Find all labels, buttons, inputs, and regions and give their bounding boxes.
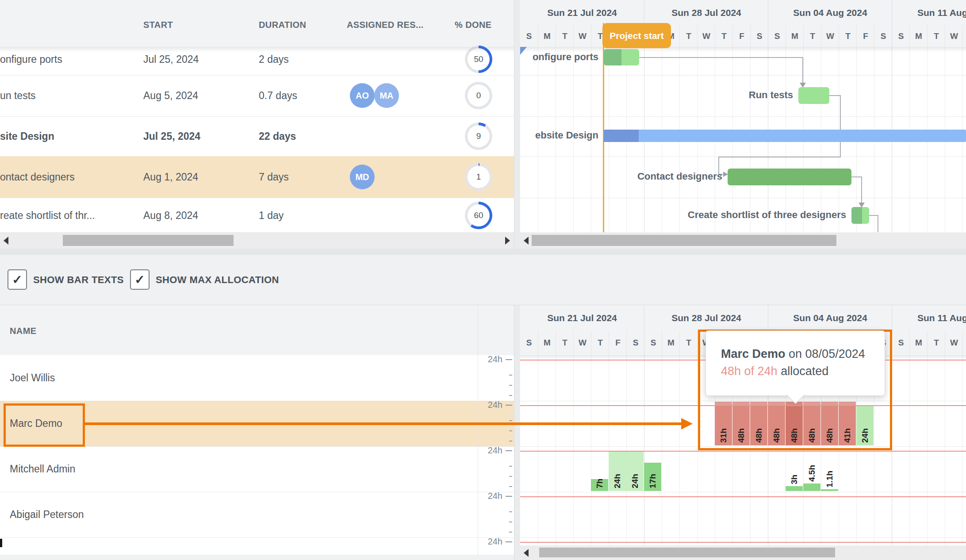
week-header-cell: Sun 04 Aug 2024	[768, 305, 892, 330]
day-header-cell: T	[556, 330, 574, 355]
max-allocation-line	[520, 451, 966, 452]
task-grid-hscrollbar[interactable]	[0, 233, 514, 249]
day-header-cell: S	[750, 25, 768, 47]
max-allocation-line	[520, 496, 966, 497]
day-header-cell: T	[679, 25, 698, 47]
day-header-cell: T	[927, 330, 945, 355]
tooltip-line2: 48h of 24h allocated	[721, 363, 870, 380]
day-header-cell: F	[609, 330, 627, 355]
resource-row[interactable]: Abigail Peterson	[0, 492, 514, 538]
week-header-cell: Sun 28 Jul 2024	[644, 0, 768, 25]
gantt-task-bar[interactable]	[728, 169, 851, 185]
column-header-start[interactable]: START	[143, 20, 173, 30]
resource-name: Abigail Peterson	[10, 509, 84, 521]
gantt-day-header: SMTWTFSSMTWTFSSMTWTFSSMTWT	[520, 25, 966, 47]
resource-name: Joel Willis	[10, 372, 55, 384]
scroll-left-icon[interactable]	[524, 549, 529, 557]
gantt-task-label: Run tests	[634, 89, 793, 101]
percent-done-ring: 0	[465, 82, 492, 109]
histogram-bar-label: 17h	[648, 474, 658, 488]
day-header-cell: S	[626, 330, 644, 355]
show-bar-texts-checkbox[interactable]: ✓	[8, 269, 27, 290]
day-header-cell: T	[927, 25, 945, 47]
task-progress	[604, 49, 621, 65]
assignee-avatar: MA	[374, 83, 399, 108]
column-header-assigned[interactable]: ASSIGNED RES...	[347, 20, 424, 30]
scroll-left-icon[interactable]	[524, 237, 529, 245]
resource-row[interactable]: Joel Willis	[0, 355, 514, 401]
highlight-arrow-line	[84, 422, 682, 425]
resource-grid-body: Joel WillisMarc DemoMitchell AdminAbigai…	[0, 355, 514, 555]
task-start-cell: Aug 1, 2024	[143, 171, 198, 183]
day-header-cell: W	[697, 25, 715, 47]
day-header-cell: T	[962, 330, 966, 355]
timeline-gridline	[626, 355, 627, 545]
percent-done-value: 0	[468, 84, 490, 107]
histogram-bar[interactable]	[803, 483, 820, 491]
task-name-cell: ontact designers	[0, 171, 75, 183]
tooltip-line1: Marc Demo on 08/05/2024	[721, 345, 870, 363]
day-header-cell: S	[520, 330, 538, 355]
timeline-gridline	[556, 355, 556, 545]
week-header-cell: Sun 21 Jul 2024	[520, 0, 644, 25]
task-name-cell: reate shortlist of thr...	[0, 210, 95, 222]
task-duration-cell: 2 days	[259, 54, 289, 65]
resource-grid-header: NAME	[0, 305, 514, 356]
partial-vscrollbar[interactable]	[0, 539, 2, 547]
task-start-cell: Aug 5, 2024	[143, 90, 198, 102]
resource-row[interactable]: Mitchell Admin	[0, 446, 514, 492]
histogram-bar[interactable]	[821, 489, 838, 491]
task-duration-cell: 1 day	[259, 210, 284, 222]
day-header-cell: S	[644, 330, 662, 355]
column-header-name[interactable]: NAME	[10, 326, 37, 336]
project-start-badge: Project start	[602, 23, 671, 48]
scale-column-line	[478, 305, 478, 555]
day-header-cell: S	[520, 25, 538, 47]
column-header-duration[interactable]: DURATION	[259, 20, 306, 30]
gantt-task-bar[interactable]	[851, 207, 869, 224]
task-start-cell: Jul 25, 2024	[143, 54, 199, 65]
day-header-cell: M	[538, 330, 556, 355]
scroll-right-icon[interactable]	[505, 237, 510, 245]
gantt-hscrollbar[interactable]	[520, 233, 966, 249]
scroll-left-icon[interactable]	[4, 237, 8, 245]
day-header-cell: W	[945, 25, 963, 47]
day-header-cell: W	[821, 25, 839, 47]
histogram-hscrollbar[interactable]	[520, 546, 966, 560]
assignee-avatar: MD	[350, 165, 375, 189]
gantt-task-label: ebsite Design	[520, 130, 598, 141]
day-header-cell: T	[803, 25, 821, 47]
day-header-cell: T	[556, 25, 574, 47]
day-header-cell: M	[909, 330, 928, 355]
scrollbar-thumb[interactable]	[532, 235, 836, 246]
day-header-cell: T	[962, 25, 966, 47]
show-max-allocation-checkbox[interactable]: ✓	[130, 269, 150, 290]
task-row[interactable]: un testsAug 5, 20240.7 daysAOMA0	[0, 75, 514, 117]
week-header-cell: Sun 11 Aug 2024	[892, 305, 966, 330]
histogram-bar-label: 4.5h	[807, 465, 817, 482]
gantt-task-label: onfigure ports	[520, 51, 598, 63]
scrollbar-thumb[interactable]	[63, 235, 234, 246]
gantt-task-bar[interactable]	[604, 130, 966, 142]
task-row[interactable]: ontact designersAug 1, 20247 daysMD1	[0, 156, 514, 198]
day-header-cell: S	[874, 25, 892, 47]
scrollbar-thumb[interactable]	[539, 548, 835, 557]
percent-done-value: 1	[468, 166, 490, 188]
percent-done-ring: 9	[465, 123, 492, 150]
panel-divider	[0, 249, 966, 255]
day-header-cell: F	[856, 25, 874, 47]
task-row[interactable]: site DesignJul 25, 202422 days9	[0, 116, 514, 157]
column-header-done[interactable]: % DONE	[455, 20, 492, 30]
gantt-task-bar[interactable]	[798, 87, 829, 104]
task-grid-body: onfigure portsJul 25, 20242 days50un tes…	[0, 47, 514, 232]
task-duration-cell: 22 days	[259, 130, 296, 142]
histogram-bar[interactable]	[786, 486, 803, 491]
day-header-cell: S	[892, 330, 910, 355]
max-allocation-line	[520, 542, 966, 543]
task-row[interactable]: reate shortlist of thr...Aug 8, 20241 da…	[0, 198, 514, 233]
day-header-cell: W	[945, 330, 963, 355]
percent-done-value: 9	[468, 125, 490, 147]
day-header-cell: T	[679, 330, 698, 355]
gantt-task-bar[interactable]	[604, 49, 639, 65]
week-header-cell: Sun 21 Jul 2024	[520, 305, 644, 330]
